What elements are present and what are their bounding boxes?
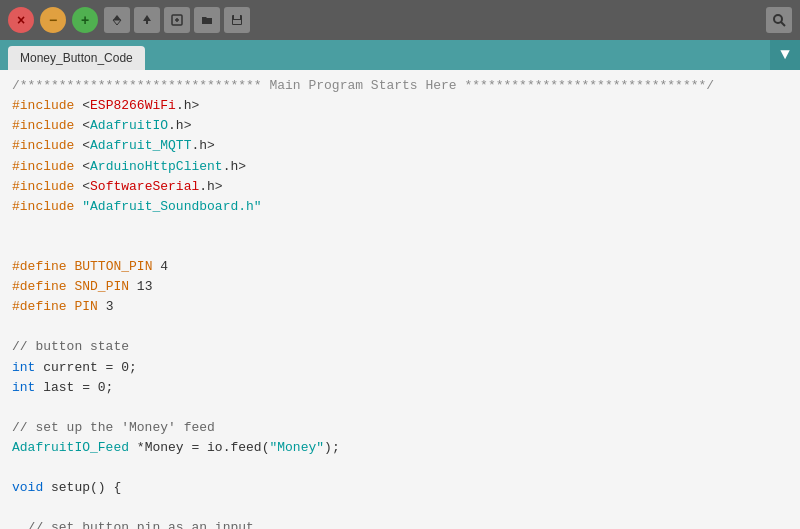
code-line-void-setup: void setup() { [12,478,788,498]
svg-marker-1 [113,20,121,25]
svg-rect-8 [234,15,240,19]
toolbar-upload-button[interactable] [134,7,160,33]
code-line-include-1: #include <ESP8266WiFi.h> [12,96,788,116]
code-line-int-last: int last = 0; [12,378,788,398]
comment-header-line: /******************************* Main Pr… [12,76,788,96]
minimize-button[interactable]: − [40,7,66,33]
blank-line-6 [12,498,788,518]
blank-line-1 [12,217,788,237]
svg-line-11 [781,22,785,26]
svg-marker-0 [113,15,121,20]
blank-line-3 [12,317,788,337]
code-line-comment-2: // set up the 'Money' feed [12,418,788,438]
blank-line-2 [12,237,788,257]
editor[interactable]: /******************************* Main Pr… [0,70,800,529]
toolbar: × − + [0,0,800,40]
code-line-int-current: int current = 0; [12,358,788,378]
toolbar-save-button[interactable] [224,7,250,33]
code-line-include-6: #include "Adafruit_Soundboard.h" [12,197,788,217]
code-line-define-1: #define BUTTON_PIN 4 [12,257,788,277]
search-button[interactable] [766,7,792,33]
code-line-include-4: #include <ArduinoHttpClient.h> [12,157,788,177]
svg-rect-9 [233,20,241,24]
toolbar-new-button[interactable] [164,7,190,33]
code-line-include-2: #include <AdafruitIO.h> [12,116,788,136]
code-line-define-2: #define SND_PIN 13 [12,277,788,297]
blank-line-5 [12,458,788,478]
blank-line-4 [12,398,788,418]
code-line-define-3: #define PIN 3 [12,297,788,317]
tabbar: Money_Button_Code ▼ [0,40,800,70]
close-button[interactable]: × [8,7,34,33]
code-line-include-3: #include <Adafruit_MQTT.h> [12,136,788,156]
code-line-comment-1: // button state [12,337,788,357]
code-line-comment-3: // set button pin as an input [12,518,788,529]
toolbar-icon-group [104,7,250,33]
toolbar-open-button[interactable] [194,7,220,33]
tab-dropdown-button[interactable]: ▼ [770,40,800,70]
tab-label: Money_Button_Code [20,51,133,65]
chevron-down-icon: ▼ [780,46,790,64]
svg-rect-3 [146,20,148,24]
code-line-include-5: #include <SoftwareSerial.h> [12,177,788,197]
maximize-button[interactable]: + [72,7,98,33]
svg-point-10 [774,15,782,23]
tab-money-button-code[interactable]: Money_Button_Code [8,46,145,70]
code-line-feed: AdafruitIO_Feed *Money = io.feed("Money"… [12,438,788,458]
toolbar-updown-button[interactable] [104,7,130,33]
